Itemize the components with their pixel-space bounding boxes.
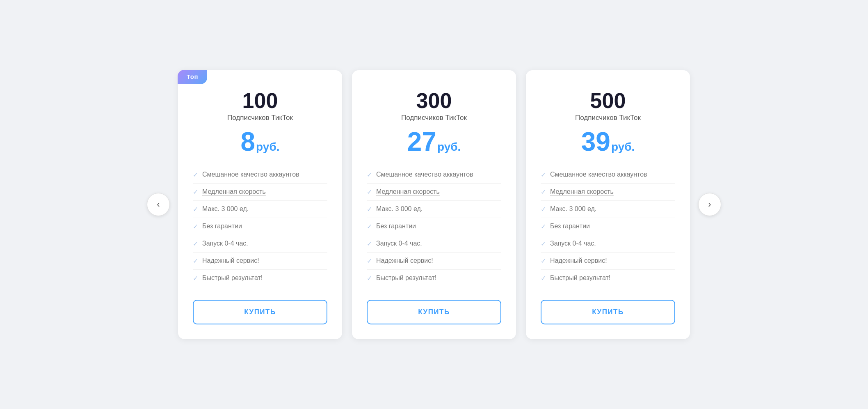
feature-item: ✓ Смешанное качество аккаунтов <box>193 166 327 184</box>
feature-item: ✓ Быстрый результат! <box>541 270 675 287</box>
feature-text: Смешанное качество аккаунтов <box>550 171 647 178</box>
feature-item: ✓ Смешанное качество аккаунтов <box>541 166 675 184</box>
feature-text: Макс. 3 000 ед. <box>376 205 423 213</box>
check-icon: ✓ <box>541 223 546 230</box>
check-icon: ✓ <box>541 205 546 213</box>
feature-text: Медленная скорость <box>376 188 440 195</box>
feature-item: ✓ Надежный сервис! <box>193 253 327 270</box>
feature-text: Медленная скорость <box>202 188 266 195</box>
price-number: 27 <box>407 129 436 155</box>
cards-container: Топ 100 Подписчиков ТикТок 8 руб. ✓ Смеш… <box>178 70 690 339</box>
check-icon: ✓ <box>193 257 198 265</box>
feature-text: Без гарантии <box>550 223 590 230</box>
feature-text: Медленная скорость <box>550 188 614 195</box>
feature-item: ✓ Макс. 3 000 ед. <box>367 201 501 218</box>
pricing-card-1: Топ 100 Подписчиков ТикТок 8 руб. ✓ Смеш… <box>178 70 342 339</box>
card-price: 39 руб. <box>581 129 635 155</box>
check-icon: ✓ <box>541 188 546 196</box>
check-icon: ✓ <box>193 171 198 179</box>
feature-text: Без гарантии <box>376 223 416 230</box>
feature-text: Надежный сервис! <box>550 257 607 264</box>
feature-text: Запуск 0-4 час. <box>376 240 422 247</box>
feature-item: ✓ Макс. 3 000 ед. <box>541 201 675 218</box>
feature-text: Макс. 3 000 ед. <box>550 205 596 213</box>
feature-item: ✓ Запуск 0-4 час. <box>193 235 327 253</box>
check-icon: ✓ <box>193 188 198 196</box>
check-icon: ✓ <box>193 274 198 282</box>
feature-text: Смешанное качество аккаунтов <box>376 171 473 178</box>
card-quantity: 500 <box>590 90 626 111</box>
feature-item: ✓ Макс. 3 000 ед. <box>193 201 327 218</box>
check-icon: ✓ <box>367 240 372 248</box>
feature-item: ✓ Медленная скорость <box>367 184 501 201</box>
feature-text: Макс. 3 000 ед. <box>202 205 249 213</box>
feature-item: ✓ Запуск 0-4 час. <box>367 235 501 253</box>
check-icon: ✓ <box>541 274 546 282</box>
buy-button[interactable]: КУПИТЬ <box>541 300 675 324</box>
feature-text: Быстрый результат! <box>550 274 610 282</box>
card-price: 27 руб. <box>407 129 461 155</box>
feature-text: Быстрый результат! <box>202 274 263 282</box>
check-icon: ✓ <box>541 240 546 248</box>
pricing-card-3: 500 Подписчиков ТикТок 39 руб. ✓ Смешанн… <box>526 70 690 339</box>
feature-text: Смешанное качество аккаунтов <box>202 171 299 178</box>
feature-item: ✓ Быстрый результат! <box>367 270 501 287</box>
feature-item: ✓ Запуск 0-4 час. <box>541 235 675 253</box>
price-unit: руб. <box>437 140 461 154</box>
pricing-card-2: 300 Подписчиков ТикТок 27 руб. ✓ Смешанн… <box>352 70 516 339</box>
check-icon: ✓ <box>193 223 198 230</box>
price-number: 39 <box>581 129 610 155</box>
check-icon: ✓ <box>541 171 546 179</box>
feature-text: Запуск 0-4 час. <box>550 240 596 247</box>
card-quantity: 100 <box>242 90 278 111</box>
feature-item: ✓ Смешанное качество аккаунтов <box>367 166 501 184</box>
features-list: ✓ Смешанное качество аккаунтов ✓ Медленн… <box>193 166 327 287</box>
feature-item: ✓ Без гарантии <box>193 218 327 235</box>
price-number: 8 <box>241 129 256 155</box>
top-badge: Топ <box>178 70 207 84</box>
check-icon: ✓ <box>367 223 372 230</box>
feature-text: Надежный сервис! <box>202 257 259 264</box>
feature-item: ✓ Надежный сервис! <box>541 253 675 270</box>
feature-text: Быстрый результат! <box>376 274 436 282</box>
price-unit: руб. <box>611 140 635 154</box>
check-icon: ✓ <box>541 257 546 265</box>
buy-button[interactable]: КУПИТЬ <box>367 300 501 324</box>
feature-item: ✓ Медленная скорость <box>193 184 327 201</box>
carousel-wrapper: ‹ Топ 100 Подписчиков ТикТок 8 руб. ✓ См… <box>147 70 721 339</box>
feature-item: ✓ Надежный сервис! <box>367 253 501 270</box>
check-icon: ✓ <box>193 240 198 248</box>
prev-button[interactable]: ‹ <box>147 193 170 216</box>
check-icon: ✓ <box>193 205 198 213</box>
feature-text: Без гарантии <box>202 223 242 230</box>
check-icon: ✓ <box>367 171 372 179</box>
card-subtitle: Подписчиков ТикТок <box>227 114 293 122</box>
feature-item: ✓ Быстрый результат! <box>193 270 327 287</box>
check-icon: ✓ <box>367 257 372 265</box>
feature-text: Надежный сервис! <box>376 257 433 264</box>
feature-item: ✓ Без гарантии <box>541 218 675 235</box>
next-button[interactable]: › <box>698 193 721 216</box>
feature-text: Запуск 0-4 час. <box>202 240 248 247</box>
card-subtitle: Подписчиков ТикТок <box>575 114 641 122</box>
check-icon: ✓ <box>367 205 372 213</box>
features-list: ✓ Смешанное качество аккаунтов ✓ Медленн… <box>541 166 675 287</box>
card-price: 8 руб. <box>241 129 280 155</box>
card-quantity: 300 <box>416 90 452 111</box>
feature-item: ✓ Медленная скорость <box>541 184 675 201</box>
card-subtitle: Подписчиков ТикТок <box>401 114 467 122</box>
features-list: ✓ Смешанное качество аккаунтов ✓ Медленн… <box>367 166 501 287</box>
feature-item: ✓ Без гарантии <box>367 218 501 235</box>
buy-button[interactable]: КУПИТЬ <box>193 300 327 324</box>
check-icon: ✓ <box>367 188 372 196</box>
check-icon: ✓ <box>367 274 372 282</box>
price-unit: руб. <box>256 140 279 154</box>
